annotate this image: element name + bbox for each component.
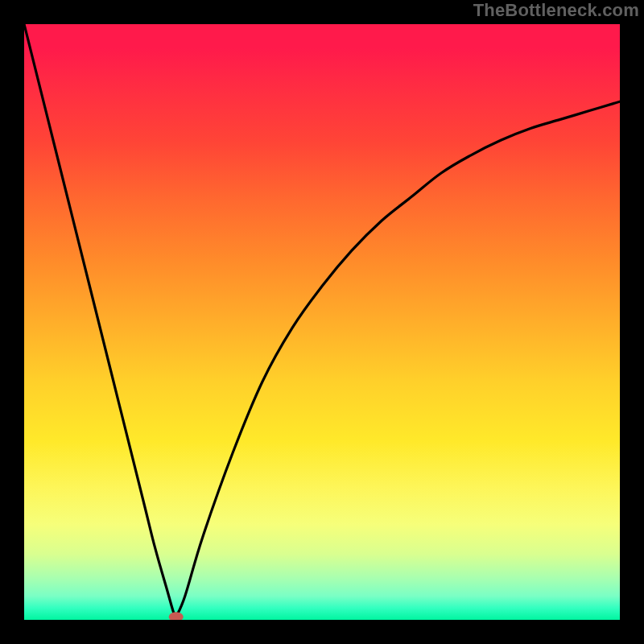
left-branch-path [24, 24, 176, 617]
cusp-marker [169, 612, 184, 620]
attribution-text: TheBottleneck.com [473, 0, 639, 21]
chart-frame: TheBottleneck.com [0, 0, 644, 644]
right-branch-path [176, 101, 620, 617]
curve-svg [24, 24, 620, 620]
plot-area [24, 24, 620, 620]
